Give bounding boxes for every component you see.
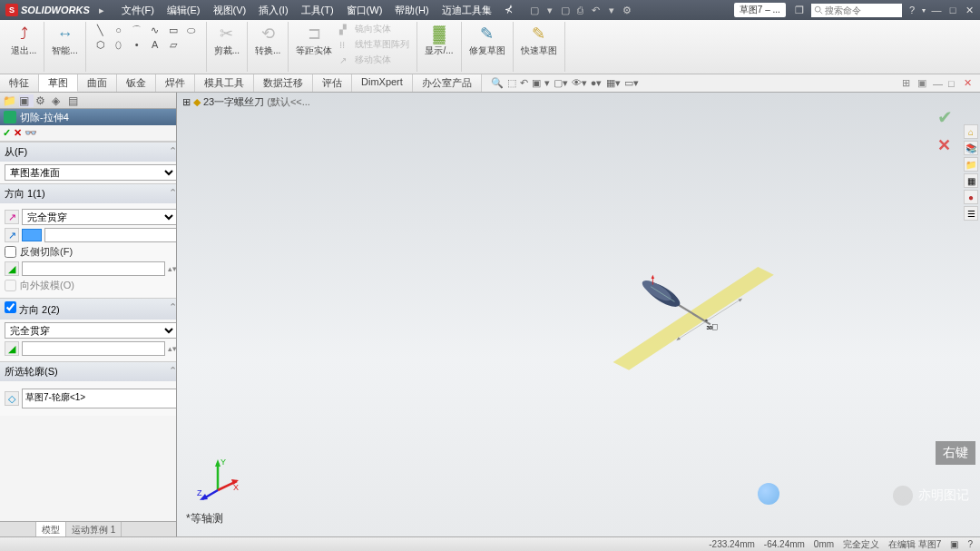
rebuild-icon[interactable]: ▾ (605, 5, 618, 16)
repair-button[interactable]: ✎ 修复草图 (467, 22, 507, 59)
display-button[interactable]: ▓ 显示/... (423, 22, 455, 59)
undo-icon[interactable]: ↶ (590, 5, 603, 16)
search-input[interactable] (825, 5, 888, 15)
dimension-lock-icon[interactable] (712, 324, 717, 330)
menu-tools[interactable]: 工具(T) (295, 1, 340, 20)
tab-weld[interactable]: 焊件 (156, 74, 195, 92)
draft-icon[interactable]: ◢ (5, 261, 19, 276)
dimension-value[interactable]: 30 (706, 324, 712, 330)
draft2-field[interactable] (22, 341, 165, 356)
tab-data[interactable]: 数据迁移 (254, 74, 313, 92)
spinner-icon[interactable]: ▴▾ (168, 344, 176, 353)
slot-icon[interactable]: ⬭ (184, 24, 199, 36)
tab-sketch[interactable]: 草图 (39, 74, 78, 92)
menu-pin-icon[interactable]: ⊀ (498, 1, 519, 20)
sw-resources-icon[interactable]: ⌂ (964, 124, 978, 139)
arc-icon[interactable]: ⌒ (130, 24, 144, 36)
dir2-end-select[interactable]: 完全贯穿 (5, 322, 176, 339)
spline-icon[interactable]: ∿ (148, 24, 162, 36)
status-unit-icon[interactable]: ▣ (950, 539, 958, 549)
menu-edit[interactable]: 编辑(E) (161, 1, 207, 20)
trim-button[interactable]: ✂ 剪裁... (212, 22, 241, 59)
model-tab[interactable]: 模型 (36, 522, 66, 537)
direction-vector-icon[interactable]: ↗ (5, 228, 19, 242)
section-view-icon[interactable]: ▣ (532, 77, 541, 89)
contour-icon[interactable]: ◇ (5, 391, 19, 406)
zoom-fit-icon[interactable]: 🔍 (491, 77, 504, 89)
display-style-icon[interactable]: ▢▾ (554, 77, 568, 89)
hide-show-icon[interactable]: 👁▾ (572, 77, 587, 89)
plane-icon[interactable]: ▱ (166, 38, 181, 51)
move-button[interactable]: ↗移动实体 (338, 53, 411, 67)
display-tab-icon[interactable]: ▤ (68, 94, 83, 107)
tab-eval[interactable]: 评估 (313, 74, 352, 92)
view-settings-icon[interactable]: ▭▾ (624, 77, 639, 89)
tab-mold[interactable]: 模具工具 (195, 74, 254, 92)
point-icon[interactable]: • (130, 38, 144, 51)
pm-cancel-button[interactable]: ✕ (14, 127, 22, 139)
appearances-icon[interactable]: ● (964, 190, 978, 204)
direction-field[interactable] (44, 228, 176, 242)
config-tab-icon[interactable]: ⚙ (35, 94, 50, 107)
smart-dimension-button[interactable]: ↔ 智能... (50, 22, 79, 59)
convert-button[interactable]: ⟲ 转换... (253, 22, 282, 59)
file-dropdown-icon[interactable]: ▸ (99, 5, 104, 16)
line-icon[interactable]: ╲ (93, 24, 108, 36)
print-icon[interactable]: ⎙ (574, 5, 587, 16)
dir1-end-select[interactable]: 完全贯穿 (22, 209, 176, 225)
search-box[interactable] (811, 4, 902, 17)
maximize-button[interactable]: □ (946, 5, 960, 16)
pm-contours-header[interactable]: 所选轮廓(S)⌃ (0, 362, 176, 381)
menu-view[interactable]: 视图(V) (207, 1, 253, 20)
dir2-enable-checkbox[interactable] (5, 301, 16, 313)
draft2-icon[interactable]: ◢ (5, 341, 19, 356)
status-custom-icon[interactable]: ? (967, 539, 973, 549)
flyout-tree[interactable]: ⊞ ◆ 23一字螺丝刀 (默认<<... (182, 95, 310, 109)
polygon-icon[interactable]: ⬡ (93, 38, 108, 51)
pattern-button[interactable]: ⁞⁞线性草图阵列 (338, 37, 411, 52)
spinner-icon[interactable]: ▴▾ (168, 264, 176, 273)
appearance-icon[interactable]: ●▾ (591, 77, 603, 89)
pm-from-header[interactable]: 从(F)⌃ (0, 143, 176, 162)
tab-surface[interactable]: 曲面 (78, 74, 117, 92)
mirror-button[interactable]: ▞镜向实体 (338, 22, 411, 36)
expand-icon[interactable]: ⊞ (182, 96, 191, 108)
dimxpert-tab-icon[interactable]: ◈ (52, 94, 66, 107)
doc-minimize-icon[interactable]: — (933, 78, 946, 89)
confirm-cancel-icon[interactable]: ✕ (937, 135, 953, 155)
menu-maidi[interactable]: 迈迪工具集 (436, 1, 498, 20)
pm-ok-button[interactable]: ✓ (3, 127, 11, 139)
view-triad[interactable]: Y X Z (195, 456, 240, 501)
motion-study-tab[interactable]: 运动算例 1 (66, 522, 122, 537)
exit-sketch-button[interactable]: ⤴ 退出... (9, 22, 38, 59)
featuretree-tab-icon[interactable]: 📁 (3, 94, 17, 107)
quick-sketch-button[interactable]: ✎ 快速草图 (519, 22, 559, 59)
open-icon[interactable]: ▾ (544, 5, 556, 16)
prev-view-icon[interactable]: ↶ (520, 77, 528, 89)
save-icon[interactable]: ▢ (559, 5, 572, 16)
tab-dimxpert[interactable]: DimXpert (352, 74, 413, 92)
doc-maximize-icon[interactable]: □ (948, 78, 961, 89)
new-icon[interactable]: ▢ (528, 5, 541, 16)
pm-dir2-header[interactable]: 方向 2(2)⌃ (0, 299, 176, 320)
graphics-area[interactable]: ⊞ ◆ 23一字螺丝刀 (默认<<... ✔ ✕ ⌂ 📚 📁 ▦ ● ☰ (177, 93, 980, 537)
reverse-dir-icon[interactable]: ↗ (5, 210, 19, 224)
draft-angle-field[interactable] (22, 261, 165, 276)
text-icon[interactable]: A (148, 38, 162, 51)
confirm-ok-icon[interactable]: ✔ (937, 106, 953, 128)
reverse-cut-checkbox[interactable]: 反侧切除(F) (5, 245, 176, 259)
help-dropdown-icon[interactable]: ▾ (922, 6, 926, 15)
direction-selection-box[interactable] (22, 229, 42, 241)
rect-icon[interactable]: ▭ (166, 24, 181, 36)
options-icon[interactable]: ⚙ (621, 5, 633, 16)
active-sketch-tab[interactable]: 草图7 – ... (734, 3, 786, 17)
contour-list[interactable]: 草图7-轮廓<1> (22, 389, 176, 408)
window-cascade-icon[interactable]: ▣ (917, 77, 930, 89)
offset-button[interactable]: ⊐ 等距实体 (294, 22, 334, 67)
menu-insert[interactable]: 插入(I) (252, 1, 294, 20)
from-condition-select[interactable]: 草图基准面 (5, 164, 176, 181)
tab-feature[interactable]: 特征 (0, 74, 39, 92)
doc-close-icon[interactable]: ✕ (964, 77, 976, 89)
view-palette-icon[interactable]: ▦ (964, 173, 978, 188)
tab-sheet[interactable]: 钣金 (117, 74, 156, 92)
